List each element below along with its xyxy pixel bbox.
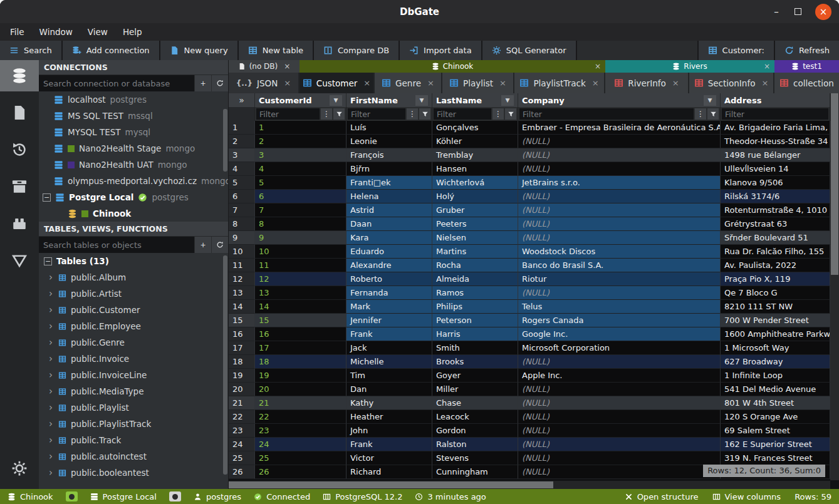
cell-first[interactable]: Luís: [347, 121, 432, 135]
cell-id[interactable]: 23: [255, 424, 347, 438]
cell-first[interactable]: Daan: [347, 217, 432, 231]
tab-playlisttrack[interactable]: PlaylistTrack ×: [514, 73, 605, 93]
menu-help[interactable]: Help: [115, 27, 150, 37]
cell-address[interactable]: Ullevĺlsveien 14: [721, 162, 830, 176]
cell-company[interactable]: Apple Inc.: [518, 369, 721, 383]
minimize-button[interactable]: –: [772, 9, 781, 15]
toolbar-add-connection[interactable]: Add connection: [63, 41, 159, 60]
collapse-icon[interactable]: −: [44, 257, 52, 265]
toolbar-search[interactable]: Search: [0, 41, 61, 60]
close-icon[interactable]: ×: [363, 78, 370, 88]
close-icon[interactable]: ×: [592, 78, 599, 88]
cell-last[interactable]: Nielsen: [432, 231, 518, 245]
cell-last[interactable]: Hansen: [432, 162, 518, 176]
cell-company[interactable]: JetBrains s.r.o.: [518, 176, 721, 190]
cell-id[interactable]: 22: [255, 410, 347, 424]
toolbar-new-table[interactable]: New table: [239, 41, 313, 60]
connection-color-badge[interactable]: [169, 491, 181, 501]
cell-first[interactable]: Heather: [347, 410, 432, 424]
table-public-autoinctest[interactable]: › public.autoinctest: [39, 448, 228, 465]
status-view-columns[interactable]: View columns: [712, 492, 781, 501]
cell-last[interactable]: Philips: [432, 300, 518, 314]
cell-company[interactable]: (NULL): [518, 162, 721, 176]
connection-mysql-test[interactable]: MYSQL TESTmysql: [39, 124, 228, 140]
table-public-track[interactable]: › public.Track: [39, 432, 228, 448]
title-bar[interactable]: DbGate – ×: [0, 0, 839, 23]
cell-address[interactable]: 8210 111 ST NW: [721, 300, 830, 314]
cell-company[interactable]: Google Inc.: [518, 327, 721, 341]
rail-history[interactable]: [0, 134, 39, 165]
table-public-customer[interactable]: › public.Customer: [39, 302, 228, 318]
cell-id[interactable]: 15: [255, 314, 347, 327]
filter-funnel-button[interactable]: [707, 108, 719, 120]
tables-group[interactable]: − Tables (13): [39, 253, 228, 269]
row-number[interactable]: 25: [229, 451, 255, 465]
chevron-right-icon[interactable]: ›: [48, 288, 54, 299]
close-icon[interactable]: ×: [672, 78, 679, 88]
row-number[interactable]: 11: [229, 259, 255, 272]
filter-funnel-button[interactable]: [505, 108, 516, 120]
row-number[interactable]: 16: [229, 327, 255, 341]
menu-view[interactable]: View: [80, 27, 115, 37]
cell-address[interactable]: Praça Pio X, 119: [721, 272, 830, 286]
close-icon[interactable]: ×: [284, 78, 291, 88]
grid-corner-button[interactable]: »: [229, 93, 255, 107]
cell-address[interactable]: 1 Microsoft Way: [721, 341, 830, 355]
cell-last[interactable]: Rocha: [432, 259, 518, 272]
row-number[interactable]: 8: [229, 217, 255, 231]
row-number[interactable]: 5: [229, 176, 255, 190]
cell-id[interactable]: 7: [255, 203, 347, 217]
cell-first[interactable]: Frank: [347, 327, 432, 341]
cell-last[interactable]: Miller: [432, 383, 518, 396]
cell-company[interactable]: Rogers Canada: [518, 314, 721, 327]
toolbar-refresh[interactable]: Refresh: [775, 41, 839, 60]
cell-last[interactable]: Martins: [432, 245, 518, 259]
connection-olympus-medportal-vychozi-cz[interactable]: olympus-medportal.vychozi.czmongo: [39, 173, 228, 189]
cell-first[interactable]: Richard: [347, 465, 432, 479]
cell-company[interactable]: Microsoft Corporation: [518, 341, 721, 355]
chevron-down-icon[interactable]: ▼: [704, 95, 716, 106]
cell-company[interactable]: (NULL): [518, 286, 721, 300]
cell-company[interactable]: (NULL): [518, 355, 721, 369]
cell-last[interactable]: Almeida: [432, 272, 518, 286]
cell-last[interactable]: Gordon: [432, 424, 518, 438]
status-open-structure[interactable]: Open structure: [625, 492, 699, 501]
cell-id[interactable]: 5: [255, 176, 347, 190]
table-public-invoiceline[interactable]: › public.InvoiceLine: [39, 367, 228, 383]
cell-id[interactable]: 9: [255, 231, 347, 245]
table-public-invoice[interactable]: › public.Invoice: [39, 351, 228, 367]
chevron-right-icon[interactable]: ›: [48, 451, 54, 462]
row-number[interactable]: 19: [229, 369, 255, 383]
cell-last[interactable]: Goyer: [432, 369, 518, 383]
connection-nano2health-uat[interactable]: Nano2Health UATmongo: [39, 157, 228, 173]
row-number[interactable]: 21: [229, 396, 255, 410]
table-public-album[interactable]: › public.Album: [39, 269, 228, 285]
cell-id[interactable]: 19: [255, 369, 347, 383]
cell-first[interactable]: Mark: [347, 300, 432, 314]
filter-input-firstname[interactable]: [348, 108, 405, 120]
filter-funnel-button[interactable]: [419, 108, 430, 120]
cell-first[interactable]: Helena: [347, 190, 432, 203]
connection-color-badge[interactable]: [66, 491, 78, 501]
cell-company[interactable]: (NULL): [518, 135, 721, 148]
cell-company[interactable]: Banco do Brasil S.A.: [518, 259, 721, 272]
row-number[interactable]: 15: [229, 314, 255, 327]
row-number[interactable]: 18: [229, 355, 255, 369]
connection-ms-sql-test[interactable]: MS SQL TESTmssql: [39, 108, 228, 124]
cell-company[interactable]: (NULL): [518, 424, 721, 438]
close-icon[interactable]: ×: [427, 78, 434, 88]
cell-address[interactable]: 120 S Orange Ave: [721, 410, 830, 424]
cell-first[interactable]: Alexandre: [347, 259, 432, 272]
cell-company[interactable]: (NULL): [518, 148, 721, 162]
cell-last[interactable]: Peterson: [432, 314, 518, 327]
tab-sectioninfo[interactable]: SectionInfo ×: [689, 73, 774, 93]
cell-address[interactable]: Av. Paulista, 2022: [721, 259, 830, 272]
tab-json[interactable]: {..}JSON ×: [229, 73, 300, 93]
cell-address[interactable]: Rua Dr. Falcăo Filho, 155: [721, 245, 830, 259]
chevron-right-icon[interactable]: ›: [48, 272, 54, 283]
status-postgresql-12-2[interactable]: PostgreSQL 12.2: [323, 492, 402, 501]
chevron-right-icon[interactable]: ›: [48, 418, 54, 429]
connection-nano2health-stage[interactable]: Nano2Health Stagemongo: [39, 140, 228, 157]
row-number[interactable]: 3: [229, 148, 255, 162]
cell-first[interactable]: Bjřrn: [347, 162, 432, 176]
